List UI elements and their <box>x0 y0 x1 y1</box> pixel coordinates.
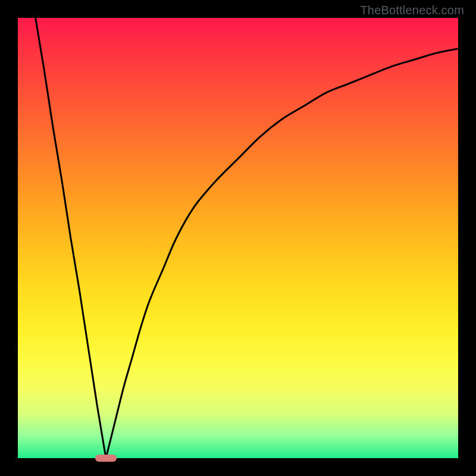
curve-right-branch <box>106 49 458 458</box>
curve-left-branch <box>36 18 106 458</box>
curve-layer <box>18 18 458 458</box>
minimum-marker <box>95 455 117 462</box>
chart-frame: TheBottleneck.com <box>0 0 476 476</box>
watermark-text: TheBottleneck.com <box>360 4 464 17</box>
plot-area <box>18 18 458 458</box>
